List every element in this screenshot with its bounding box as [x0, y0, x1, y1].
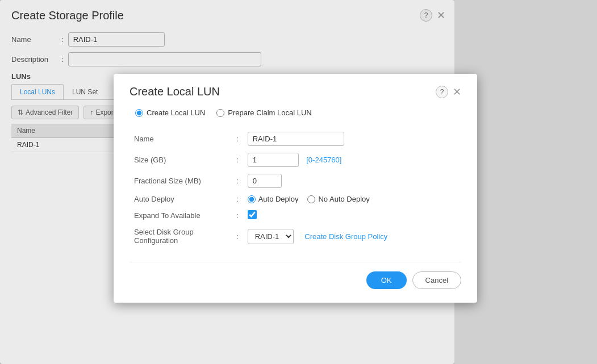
advanced-filter-label: Advanced Filter	[26, 108, 73, 116]
auto-deploy-options: Auto Deploy No Auto Deploy	[248, 195, 457, 203]
tab-lun-set[interactable]: LUN Set	[64, 84, 106, 99]
expand-row: Expand To Available :	[130, 207, 461, 224]
create-disk-group-link[interactable]: Create Disk Group Policy	[304, 232, 387, 241]
size-field-row: Size (GB) : [0-245760]	[130, 149, 461, 170]
size-colon: :	[232, 149, 243, 170]
fractional-field-cell	[243, 170, 461, 191]
name-colon: :	[232, 128, 243, 149]
size-input[interactable]	[248, 153, 299, 167]
export-icon: ↑	[90, 108, 93, 116]
expand-label: Expand To Available	[130, 207, 232, 224]
prepare-claim-radio[interactable]	[216, 109, 224, 117]
lun-name-label: Name	[130, 128, 232, 149]
auto-deploy-option[interactable]: Auto Deploy	[248, 195, 299, 203]
size-range-hint: [0-245760]	[306, 156, 341, 164]
desc-colon: :	[61, 55, 64, 64]
modal-header: Create Local LUN ? ✕	[130, 85, 461, 98]
fractional-input[interactable]	[248, 174, 282, 188]
lun-name-input[interactable]	[248, 132, 344, 146]
storage-profile-title: Create Storage Profile	[11, 9, 443, 22]
create-local-lun-label: Create Local LUN	[147, 108, 205, 117]
table-col-name: Name	[17, 127, 35, 135]
no-auto-deploy-radio[interactable]	[307, 195, 315, 203]
modal-help-icon[interactable]: ?	[436, 86, 448, 98]
no-auto-deploy-text: No Auto Deploy	[318, 195, 369, 203]
description-row: Description :	[11, 52, 443, 66]
auto-deploy-colon: :	[232, 191, 243, 207]
desc-input[interactable]	[68, 52, 261, 66]
no-auto-deploy-option[interactable]: No Auto Deploy	[307, 195, 369, 203]
disk-group-select[interactable]: RAID-1 RAID-5 RAID-6	[248, 229, 294, 244]
name-row: Name :	[11, 32, 443, 47]
modal-close-button[interactable]: ✕	[453, 87, 461, 97]
advanced-filter-btn[interactable]: ⇅ Advanced Filter	[11, 106, 79, 119]
name-field-row: Name :	[130, 128, 461, 149]
create-local-lun-radio[interactable]	[135, 109, 143, 117]
disk-group-field-cell: RAID-1 RAID-5 RAID-6 Create Disk Group P…	[243, 224, 461, 248]
auto-deploy-field-cell: Auto Deploy No Auto Deploy	[243, 191, 461, 207]
fractional-colon: :	[232, 170, 243, 191]
disk-group-colon: :	[232, 224, 243, 248]
lun-name-field-cell	[243, 128, 461, 149]
cancel-button[interactable]: Cancel	[412, 271, 461, 289]
prepare-claim-option[interactable]: Prepare Claim Local LUN	[216, 108, 311, 117]
ok-button[interactable]: OK	[366, 271, 407, 289]
expand-field-cell	[243, 207, 461, 224]
form-table: Name : Size (GB) : [0-245760] Fractional…	[130, 128, 461, 248]
storage-help-icon[interactable]: ?	[420, 9, 432, 22]
size-label: Size (GB)	[130, 149, 232, 170]
auto-deploy-label: Auto Deploy	[130, 191, 232, 207]
fractional-field-row: Fractional Size (MB) :	[130, 170, 461, 191]
expand-checkbox[interactable]	[248, 210, 257, 219]
auto-deploy-text: Auto Deploy	[258, 195, 299, 203]
name-label: Name	[11, 35, 57, 44]
radio-option-row: Create Local LUN Prepare Claim Local LUN	[130, 108, 461, 117]
name-colon: :	[61, 35, 64, 44]
modal-footer: OK Cancel	[130, 262, 461, 289]
expand-colon: :	[232, 207, 243, 224]
fractional-label: Fractional Size (MB)	[130, 170, 232, 191]
name-input[interactable]	[68, 32, 165, 47]
modal-title: Create Local LUN	[130, 85, 220, 98]
desc-label: Description	[11, 55, 57, 64]
disk-group-label: Select Disk Group Configuration	[130, 224, 232, 248]
prepare-claim-label: Prepare Claim Local LUN	[228, 108, 311, 117]
auto-deploy-radio[interactable]	[248, 195, 256, 203]
modal-header-icons: ? ✕	[436, 86, 461, 98]
storage-close-icon[interactable]: ✕	[437, 10, 445, 20]
filter-icon: ⇅	[18, 108, 23, 116]
storage-profile-icons: ? ✕	[420, 9, 445, 22]
create-local-lun-option[interactable]: Create Local LUN	[135, 108, 205, 117]
auto-deploy-row: Auto Deploy : Auto Deploy No Auto Deploy	[130, 191, 461, 207]
tab-local-luns[interactable]: Local LUNs	[11, 84, 64, 99]
export-label: Export	[95, 108, 115, 116]
size-field-cell: [0-245760]	[243, 149, 461, 170]
disk-group-row: Select Disk Group Configuration : RAID-1…	[130, 224, 461, 248]
create-local-lun-dialog: Create Local LUN ? ✕ Create Local LUN Pr…	[114, 74, 477, 303]
